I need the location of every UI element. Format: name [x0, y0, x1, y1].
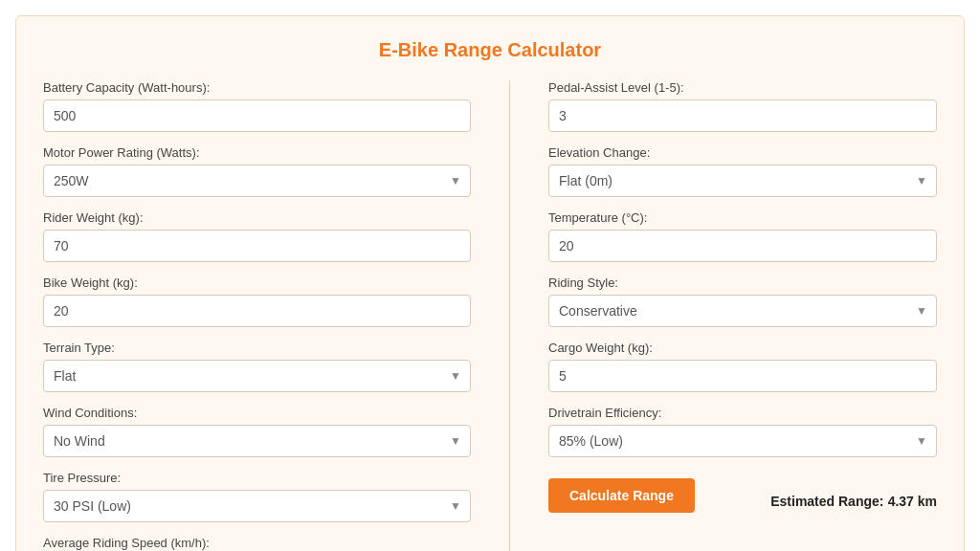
cargo-weight-input[interactable] [548, 360, 937, 392]
wind-conditions-select[interactable]: No Wind Light Breeze Strong Wind Headwin… [43, 425, 471, 457]
terrain-type-select[interactable]: Flat Hilly Mountain [43, 360, 471, 392]
drivetrain-efficiency-select[interactable]: 85% (Low) 90% (Medium) 95% (High) [548, 425, 937, 457]
tire-pressure-group: Tire Pressure: 30 PSI (Low) 60 PSI (Medi… [43, 471, 471, 522]
rider-weight-group: Rider Weight (kg): [43, 210, 471, 262]
temperature-label: Temperature (°C): [548, 210, 937, 225]
pedal-assist-group: Pedal-Assist Level (1-5): [548, 80, 937, 132]
terrain-type-group: Terrain Type: Flat Hilly Mountain ▼ [43, 341, 471, 392]
temperature-group: Temperature (°C): [548, 210, 937, 262]
result-value: 4.37 km [888, 494, 937, 509]
elevation-change-label: Elevation Change: [548, 145, 937, 160]
riding-style-group: Riding Style: Conservative Moderate Aggr… [548, 276, 937, 327]
rider-weight-input[interactable] [43, 230, 471, 262]
terrain-type-label: Terrain Type: [43, 341, 471, 355]
left-column: Battery Capacity (Watt-hours): Motor Pow… [43, 80, 471, 551]
elevation-change-select[interactable]: Flat (0m) Moderate (100m) Steep (500m) [548, 165, 937, 197]
drivetrain-efficiency-label: Drivetrain Efficiency: [548, 406, 937, 420]
riding-style-select[interactable]: Conservative Moderate Aggressive [548, 295, 937, 327]
tire-pressure-select[interactable]: 30 PSI (Low) 60 PSI (Medium) 90 PSI (Hig… [43, 490, 471, 522]
terrain-type-select-wrapper: Flat Hilly Mountain ▼ [43, 360, 471, 392]
result-display: Estimated Range: 4.37 km [770, 493, 937, 509]
elevation-change-select-wrapper: Flat (0m) Moderate (100m) Steep (500m) ▼ [548, 165, 937, 197]
bike-weight-input[interactable] [43, 295, 471, 327]
battery-capacity-group: Battery Capacity (Watt-hours): [43, 80, 471, 132]
wind-conditions-label: Wind Conditions: [43, 406, 471, 420]
elevation-change-group: Elevation Change: Flat (0m) Moderate (10… [548, 145, 937, 197]
drivetrain-efficiency-select-wrapper: 85% (Low) 90% (Medium) 95% (High) ▼ [548, 425, 937, 457]
pedal-assist-input[interactable] [548, 99, 937, 132]
motor-power-select-wrapper: 250W 350W 500W 750W 1000W ▼ [43, 165, 471, 197]
pedal-assist-label: Pedal-Assist Level (1-5): [548, 80, 937, 95]
calculator-container: E-Bike Range Calculator Battery Capacity… [15, 15, 965, 551]
wind-conditions-group: Wind Conditions: No Wind Light Breeze St… [43, 406, 471, 457]
calculate-button[interactable]: Calculate Range [548, 478, 695, 513]
riding-style-select-wrapper: Conservative Moderate Aggressive ▼ [548, 295, 937, 327]
wind-conditions-select-wrapper: No Wind Light Breeze Strong Wind Headwin… [43, 425, 471, 457]
result-label: Estimated Range: [770, 494, 883, 509]
avg-speed-group: Average Riding Speed (km/h): [43, 536, 471, 551]
right-column: Pedal-Assist Level (1-5): Elevation Chan… [509, 80, 937, 551]
motor-power-select[interactable]: 250W 350W 500W 750W 1000W [43, 165, 471, 197]
bottom-row: Calculate Range Estimated Range: 4.37 km [548, 471, 937, 517]
temperature-input[interactable] [548, 230, 937, 262]
cargo-weight-group: Cargo Weight (kg): [548, 341, 937, 392]
tire-pressure-select-wrapper: 30 PSI (Low) 60 PSI (Medium) 90 PSI (Hig… [43, 490, 471, 522]
bike-weight-group: Bike Weight (kg): [43, 276, 471, 327]
motor-power-label: Motor Power Rating (Watts): [43, 145, 471, 160]
avg-speed-label: Average Riding Speed (km/h): [43, 536, 471, 550]
battery-capacity-input[interactable] [43, 99, 471, 132]
bike-weight-label: Bike Weight (kg): [43, 276, 471, 290]
rider-weight-label: Rider Weight (kg): [43, 210, 471, 225]
drivetrain-efficiency-group: Drivetrain Efficiency: 85% (Low) 90% (Me… [548, 406, 937, 457]
tire-pressure-label: Tire Pressure: [43, 471, 471, 485]
page-title: E-Bike Range Calculator [43, 39, 937, 61]
motor-power-group: Motor Power Rating (Watts): 250W 350W 50… [43, 145, 471, 197]
cargo-weight-label: Cargo Weight (kg): [548, 341, 937, 355]
riding-style-label: Riding Style: [548, 276, 937, 290]
battery-capacity-label: Battery Capacity (Watt-hours): [43, 80, 471, 95]
